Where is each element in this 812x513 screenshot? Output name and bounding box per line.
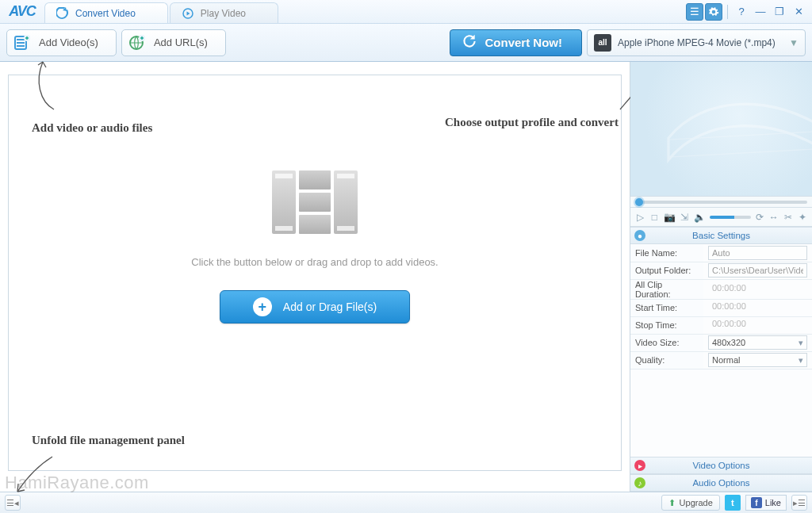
upgrade-button[interactable]: ⬆ Upgrade <box>661 495 720 511</box>
tab-label: Convert Video <box>75 8 136 19</box>
close-button[interactable]: ✕ <box>790 3 807 21</box>
separator <box>727 5 728 19</box>
chevron-down-icon: ▼ <box>789 37 799 48</box>
button-label: Upgrade <box>680 498 713 507</box>
dropzone-hint: Click the button below or drag and drop … <box>191 256 438 268</box>
video-options-header[interactable]: ▸ Video Options <box>630 457 812 474</box>
chevron-down-icon: ▾ <box>799 338 803 348</box>
twitter-button[interactable]: t <box>725 495 741 511</box>
setting-label: Quality: <box>630 351 703 369</box>
trim-control[interactable]: ✂ <box>783 211 793 224</box>
section-title: Basic Settings <box>692 231 750 240</box>
main-area: Click the button below or drag and drop … <box>0 62 630 492</box>
start-time-value: 00:00:00 <box>708 301 807 315</box>
dropzone[interactable]: Click the button below or drag and drop … <box>8 75 622 471</box>
filmstrip-icon <box>660 86 812 173</box>
aspect-control[interactable]: ↔ <box>768 211 779 224</box>
output-profile-dropdown[interactable]: all Apple iPhone MPEG-4 Movie (*.mp4) ▼ <box>587 29 806 56</box>
right-panel: ▷ □ 📷 ⇲ 🔈 ⟳ ↔ ✂ ✦ ● Basic Settings File … <box>630 62 812 492</box>
basic-settings-table: File Name: Output Folder: All Clip Durat… <box>630 244 812 369</box>
audio-icon: ♪ <box>634 477 645 488</box>
volume-slider[interactable] <box>710 216 751 219</box>
basic-settings-header[interactable]: ● Basic Settings <box>630 227 812 244</box>
globe-icon: ● <box>634 230 645 241</box>
add-url-button[interactable]: Add URL(s) <box>121 29 226 56</box>
setting-label: Stop Time: <box>630 316 703 334</box>
like-label: Like <box>765 498 781 507</box>
play-control[interactable]: ▷ <box>635 211 645 224</box>
convert-now-button[interactable]: Convert Now! <box>450 29 583 56</box>
output-folder-input[interactable] <box>708 263 807 278</box>
all-formats-icon: all <box>594 34 611 52</box>
globe-plus-icon <box>128 34 146 52</box>
preview-controls: ▷ □ 📷 ⇲ 🔈 ⟳ ↔ ✂ ✦ <box>630 208 812 227</box>
play-icon <box>182 7 194 20</box>
gear-icon <box>708 6 719 17</box>
button-label: Add or Drag File(s) <box>283 301 377 313</box>
window-controls: ☰ ? — ❐ ✕ <box>681 0 812 23</box>
section-title: Video Options <box>692 461 749 470</box>
audio-options-header[interactable]: ♪ Audio Options <box>630 474 812 492</box>
film-placeholder-icon <box>272 170 358 234</box>
scrub-bar[interactable] <box>630 197 812 208</box>
svg-rect-4 <box>17 45 25 47</box>
plus-icon: + <box>253 297 272 316</box>
file-name-input[interactable] <box>708 246 807 260</box>
tab-convert-video[interactable]: Convert Video <box>44 2 168 23</box>
setting-label: Start Time: <box>630 299 703 316</box>
video-size-select[interactable]: 480x320▾ <box>708 335 807 350</box>
attach-control[interactable]: ⇲ <box>680 211 690 224</box>
convert-icon <box>56 7 69 20</box>
scrub-knob[interactable] <box>635 198 643 206</box>
film-plus-icon <box>13 34 31 52</box>
title-bar: AVC Convert Video Play Video ☰ ? — ❐ ✕ <box>0 0 812 24</box>
tab-play-video[interactable]: Play Video <box>170 2 278 23</box>
setting-label: All Clip Duration: <box>630 279 703 299</box>
up-arrow-icon: ⬆ <box>668 498 676 508</box>
refresh-icon <box>462 33 477 52</box>
setting-label: File Name: <box>630 244 703 262</box>
maximize-button[interactable]: ❐ <box>771 3 788 21</box>
button-label: Convert Now! <box>485 36 563 49</box>
video-icon: ▸ <box>634 460 645 471</box>
chevron-down-icon: ▾ <box>799 355 803 366</box>
volume-icon[interactable]: 🔈 <box>694 211 706 224</box>
toolbar: Add Video(s) Add URL(s) Convert Now! all… <box>0 24 812 62</box>
list-button[interactable]: ☰ <box>686 3 703 21</box>
facebook-like-button[interactable]: f Like <box>745 495 787 511</box>
facebook-icon: f <box>751 497 762 508</box>
rotate-control[interactable]: ⟳ <box>755 211 765 224</box>
setting-label: Output Folder: <box>630 262 703 279</box>
add-files-button[interactable]: + Add or Drag File(s) <box>220 290 410 323</box>
button-label: Add Video(s) <box>39 36 98 48</box>
output-profile-label: Apple iPhone MPEG-4 Movie (*.mp4) <box>618 37 776 48</box>
minimize-button[interactable]: — <box>752 3 769 21</box>
svg-rect-2 <box>17 39 25 40</box>
stop-control[interactable]: □ <box>649 211 660 224</box>
help-button[interactable]: ? <box>733 3 750 21</box>
settings-button[interactable] <box>705 3 722 21</box>
effects-control[interactable]: ✦ <box>797 211 807 224</box>
panel-toggle-right[interactable]: ▸☰ <box>791 495 807 511</box>
add-video-button[interactable]: Add Video(s) <box>6 29 117 56</box>
quality-select[interactable]: Normal▾ <box>708 353 807 367</box>
snapshot-control[interactable]: 📷 <box>664 211 676 224</box>
section-title: Audio Options <box>692 478 749 488</box>
stop-time-value: 00:00:00 <box>708 318 807 332</box>
button-label: Add URL(s) <box>154 36 208 48</box>
tab-label: Play Video <box>201 8 246 19</box>
panel-toggle-left[interactable]: ☰◂ <box>5 495 21 511</box>
svg-rect-3 <box>17 42 25 44</box>
all-clip-duration-value: 00:00:00 <box>708 282 807 297</box>
watermark: HamiRayane.com <box>5 473 149 493</box>
setting-label: Video Size: <box>630 334 703 351</box>
preview-pane <box>630 62 812 197</box>
app-logo: AVC <box>0 0 44 23</box>
status-bar: ☰◂ ⬆ Upgrade t f Like ▸☰ <box>0 492 812 513</box>
